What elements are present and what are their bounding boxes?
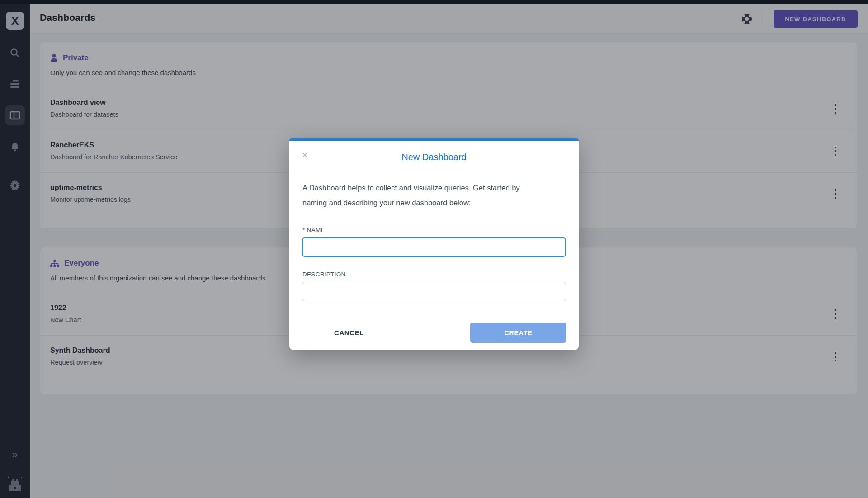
description-input[interactable] bbox=[302, 282, 566, 301]
modal-close-button[interactable]: ✕ bbox=[300, 151, 309, 160]
modal-body-line1: A Dashboard helps to collect and visuali… bbox=[302, 180, 566, 195]
cancel-button[interactable]: CANCEL bbox=[334, 329, 364, 337]
description-field-label: DESCRIPTION bbox=[302, 271, 566, 278]
name-input[interactable] bbox=[302, 237, 566, 257]
create-button[interactable]: CREATE bbox=[470, 323, 566, 343]
modal-title: New Dashboard bbox=[289, 152, 579, 162]
close-icon: ✕ bbox=[302, 151, 308, 160]
modal-body-line2: naming and describing your new dashboard… bbox=[302, 195, 566, 210]
modal-accent-bar bbox=[289, 138, 579, 141]
name-field-label: * NAME bbox=[302, 227, 566, 233]
modal-footer: CANCEL CREATE bbox=[302, 323, 566, 343]
new-dashboard-modal: ✕ New Dashboard A Dashboard helps to col… bbox=[289, 138, 579, 350]
modal-description-text: A Dashboard helps to collect and visuali… bbox=[302, 180, 566, 210]
app-window: X bbox=[0, 0, 868, 498]
